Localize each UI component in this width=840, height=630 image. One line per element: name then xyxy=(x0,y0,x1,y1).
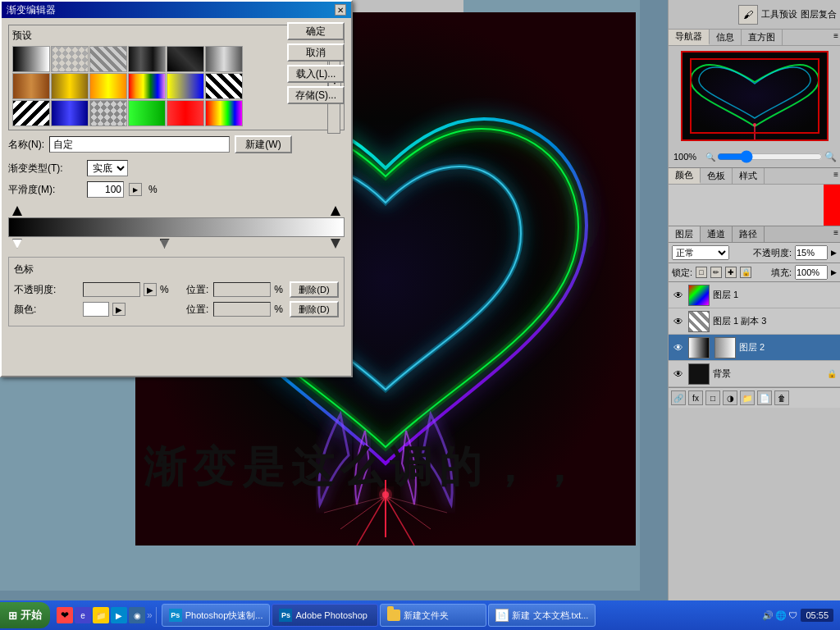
taskbar-item-3[interactable]: 新建文件夹 xyxy=(380,604,486,627)
ie-icon[interactable]: e xyxy=(75,607,91,623)
gradient-bar[interactable] xyxy=(8,217,345,237)
layer-eye-bg[interactable]: 👁 xyxy=(672,368,685,381)
layers-panel-menu[interactable]: ≡ xyxy=(832,226,840,242)
lock-transparent-icon[interactable]: □ xyxy=(696,267,707,278)
preset-item[interactable] xyxy=(205,73,243,99)
layer-mask-btn[interactable]: □ xyxy=(705,390,720,405)
preset-item[interactable] xyxy=(51,100,89,126)
navigator-tab[interactable]: 导航器 xyxy=(669,30,710,45)
layer-delete-btn[interactable]: 🗑 xyxy=(774,390,789,405)
tray-icon-3[interactable]: 🛡 xyxy=(788,610,797,620)
channels-tab[interactable]: 通道 xyxy=(701,226,733,242)
tray-icon-1[interactable]: 🔊 xyxy=(762,610,774,621)
delete-btn2[interactable]: 删除(D) xyxy=(290,301,339,317)
load-button[interactable]: 载入(L)... xyxy=(287,65,345,83)
taskbar-item-2[interactable]: Ps Adobe Photoshop xyxy=(272,604,378,627)
delete-btn1[interactable]: 删除(D) xyxy=(290,281,339,298)
opacity-input[interactable] xyxy=(795,245,828,260)
taskbar-item-4[interactable]: 📄 新建 文本文档.txt... xyxy=(488,604,596,627)
media-icon[interactable]: ▶ xyxy=(111,607,127,623)
color-swatch[interactable] xyxy=(83,302,109,317)
layer-group-btn[interactable]: 📁 xyxy=(740,390,755,405)
layer-eye-1[interactable]: 👁 xyxy=(672,289,685,302)
preset-item[interactable] xyxy=(167,46,204,72)
layer-item-3[interactable]: 👁 图层 2 xyxy=(669,335,840,361)
layer-mix-label[interactable]: 图层复合 xyxy=(801,8,837,21)
opacity-arrow-btn[interactable]: ▶ xyxy=(144,283,157,296)
preset-item[interactable] xyxy=(12,100,50,126)
preset-item[interactable] xyxy=(12,46,50,72)
layers-tab[interactable]: 图层 xyxy=(669,226,701,242)
preset-item[interactable] xyxy=(205,100,243,126)
clock[interactable]: 05:55 xyxy=(801,609,833,622)
smoothness-input[interactable] xyxy=(87,181,124,198)
color-stop-mid[interactable] xyxy=(160,239,170,249)
lock-move-icon[interactable]: ✚ xyxy=(725,267,737,278)
preset-item[interactable] xyxy=(89,46,127,72)
opacity-arrow[interactable]: ▶ xyxy=(831,249,837,257)
color-stop-left[interactable] xyxy=(12,239,22,249)
preset-item[interactable] xyxy=(12,73,50,99)
layer-fx-btn[interactable]: fx xyxy=(688,390,703,405)
blend-mode-select[interactable]: 正常 xyxy=(672,245,729,260)
layer-item-1[interactable]: 👁 图层 1 xyxy=(669,282,840,308)
brush-btn[interactable]: 🖌 xyxy=(738,5,758,25)
info-tab[interactable]: 信息 xyxy=(710,30,742,45)
histogram-tab[interactable]: 直方图 xyxy=(742,30,783,45)
tray-icon-2[interactable]: 🌐 xyxy=(775,610,787,621)
color-tab[interactable]: 颜色 xyxy=(669,168,701,184)
color-panel-menu[interactable]: ≡ xyxy=(832,168,840,184)
opacity-input[interactable] xyxy=(83,282,140,297)
layer-new-btn[interactable]: 📄 xyxy=(757,390,772,405)
folder-quick-icon[interactable]: 📁 xyxy=(93,607,109,623)
preset-item[interactable] xyxy=(51,46,89,72)
cancel-button[interactable]: 取消 xyxy=(287,43,345,62)
layer-eye-2[interactable]: 👁 xyxy=(672,315,685,328)
position-input2[interactable] xyxy=(213,302,271,317)
zoom-out-icon[interactable]: 🔍 xyxy=(705,153,715,162)
paths-tab[interactable]: 路径 xyxy=(733,226,765,242)
fill-input[interactable] xyxy=(795,265,828,280)
ok-button[interactable]: 确定 xyxy=(287,22,345,40)
color-arrow-btn[interactable]: ▶ xyxy=(112,303,126,316)
zoom-in-icon[interactable]: 🔍 xyxy=(824,151,837,162)
start-button[interactable]: ⊞ 开始 xyxy=(0,602,50,628)
preset-item[interactable] xyxy=(128,46,166,72)
zoom-slider[interactable] xyxy=(717,153,823,161)
preset-item[interactable] xyxy=(128,100,166,126)
opacity-stop-right[interactable] xyxy=(331,206,340,216)
save-button[interactable]: 存储(S)... xyxy=(287,86,345,104)
position-input1[interactable] xyxy=(213,282,271,297)
taskbar-item-1[interactable]: Ps Photoshop快速制... xyxy=(162,604,271,627)
layer-adj-btn[interactable]: ◑ xyxy=(723,390,737,405)
fill-arrow[interactable]: ▶ xyxy=(831,268,837,276)
clock-time: 05:55 xyxy=(806,610,829,620)
panel-menu-btn[interactable]: ≡ xyxy=(832,30,840,45)
preset-item[interactable] xyxy=(128,73,166,99)
new-button[interactable]: 新建(W) xyxy=(235,135,292,153)
preset-item[interactable] xyxy=(167,73,204,99)
gradient-type-select[interactable]: 实底 杂色 xyxy=(87,160,128,176)
smoothness-arrow[interactable]: ▶ xyxy=(129,183,142,196)
style-tab[interactable]: 样式 xyxy=(733,168,765,184)
preset-item[interactable] xyxy=(51,73,89,99)
heart-icon[interactable]: ❤ xyxy=(57,607,73,623)
preset-item[interactable] xyxy=(89,73,127,99)
dialog-close-button[interactable]: ✕ xyxy=(335,4,346,16)
color-stop-right[interactable] xyxy=(331,239,340,249)
preset-item[interactable] xyxy=(167,100,204,126)
opacity-stop-left[interactable] xyxy=(12,206,22,216)
layer-eye-3[interactable]: 👁 xyxy=(672,341,685,354)
layer-item-bg[interactable]: 👁 背景 🔒 xyxy=(669,361,840,387)
lock-all-icon[interactable]: 🔒 xyxy=(740,267,751,278)
start-label: 开始 xyxy=(21,608,42,623)
lock-paint-icon[interactable]: ✏ xyxy=(710,267,722,278)
layer-item-2[interactable]: 👁 图层 1 副本 3 xyxy=(669,308,840,335)
web-icon[interactable]: ◉ xyxy=(129,607,145,623)
preset-item[interactable] xyxy=(89,100,127,126)
preset-item[interactable] xyxy=(205,46,243,72)
layer-link-btn[interactable]: 🔗 xyxy=(671,390,686,405)
tool-presets-label[interactable]: 工具预设 xyxy=(761,8,797,21)
palette-tab[interactable]: 色板 xyxy=(701,168,733,184)
name-input[interactable] xyxy=(49,136,230,153)
